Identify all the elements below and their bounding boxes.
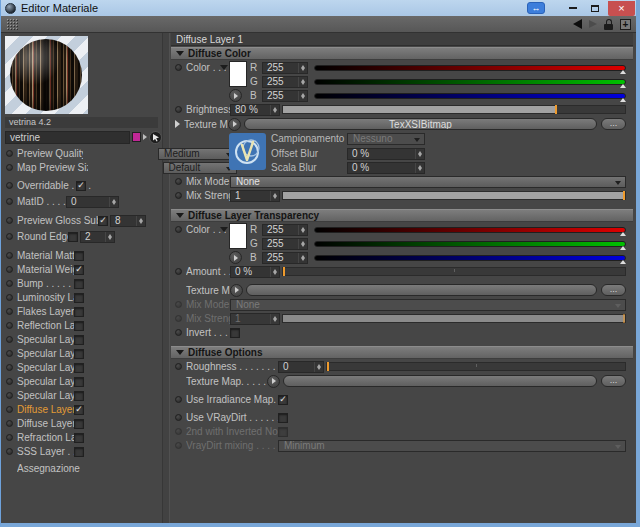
- titlebar[interactable]: Editor Materiale ↔ ×: [1, 0, 636, 16]
- animation-dot[interactable]: [175, 106, 182, 113]
- r-value-input[interactable]: 255: [262, 224, 308, 236]
- back-arrow-icon[interactable]: [573, 19, 582, 29]
- animation-dot[interactable]: [6, 420, 13, 427]
- animation-dot[interactable]: [6, 392, 13, 399]
- animation-dot[interactable]: [6, 280, 13, 287]
- animation-dot[interactable]: [175, 226, 182, 233]
- sidebar-channel-row[interactable]: Luminosity Layer: [1, 291, 162, 304]
- animation-dot[interactable]: [6, 233, 13, 240]
- sidebar-channel-row[interactable]: Refraction Layer: [1, 431, 162, 444]
- sidebar-channel-row[interactable]: Bump . . . . . . . . .: [1, 277, 162, 290]
- sidebar-channel-row[interactable]: Specular Layer 4: [1, 375, 162, 388]
- animation-dot[interactable]: [6, 350, 13, 357]
- roughness-input[interactable]: 0: [278, 361, 324, 373]
- slider-handle[interactable]: [555, 105, 557, 114]
- channel-checkbox[interactable]: [74, 335, 84, 345]
- animation-dot[interactable]: [175, 178, 182, 185]
- slider-handle[interactable]: [327, 362, 329, 371]
- sidebar-channel-row[interactable]: Specular Layer 5: [1, 389, 162, 402]
- stepper-icon[interactable]: [298, 253, 307, 263]
- brightness-input[interactable]: 80 %: [230, 104, 280, 116]
- scale-blur-input[interactable]: 0 %: [347, 162, 425, 174]
- channel-checkbox[interactable]: [74, 251, 84, 261]
- stepper-icon[interactable]: [270, 267, 279, 277]
- section-diffuse-options[interactable]: Diffuse Options: [171, 346, 633, 359]
- mix-strength-slider[interactable]: [282, 191, 626, 200]
- stepper-icon[interactable]: [298, 225, 307, 235]
- channel-checkbox[interactable]: [74, 307, 84, 317]
- panel-divider[interactable]: [162, 33, 170, 523]
- animation-dot[interactable]: [6, 322, 13, 329]
- browse-button[interactable]: ...: [601, 375, 626, 387]
- animation-dot[interactable]: [6, 182, 13, 189]
- animation-dot[interactable]: [6, 150, 13, 157]
- row-assignment[interactable]: Assegnazione: [1, 462, 162, 475]
- mix-mode-select[interactable]: None: [230, 176, 626, 188]
- minimize-button[interactable]: [564, 0, 581, 16]
- invert-checkbox[interactable]: [230, 328, 240, 338]
- slider-handle[interactable]: [623, 191, 625, 200]
- color-swatch[interactable]: [229, 61, 247, 87]
- channel-checkbox[interactable]: [74, 293, 84, 303]
- texture-map-slot[interactable]: [246, 284, 597, 296]
- sampling-select[interactable]: Nessuno: [347, 133, 425, 145]
- channel-checkbox[interactable]: [74, 447, 84, 457]
- mini-expander-icon[interactable]: [143, 134, 147, 140]
- sidebar-channel-row[interactable]: SSS Layer . . . . . .: [1, 445, 162, 458]
- channel-checkbox[interactable]: ✓: [74, 265, 84, 275]
- gloss-subdivs-checkbox[interactable]: ✓: [98, 216, 108, 226]
- browse-button[interactable]: ...: [601, 118, 626, 130]
- animation-dot[interactable]: [6, 266, 13, 273]
- g-value-input[interactable]: 255: [262, 76, 308, 88]
- sidebar-channel-row[interactable]: Material Weight ✓: [1, 263, 162, 276]
- texture-map-slot[interactable]: [283, 375, 597, 387]
- drag-handle-icon[interactable]: [6, 18, 19, 30]
- section-diffuse-color[interactable]: Diffuse Color: [171, 47, 633, 60]
- stepper-icon[interactable]: [298, 91, 307, 101]
- texture-expand-icon[interactable]: [228, 118, 241, 131]
- color-mode-dropdown-icon[interactable]: [220, 227, 228, 232]
- stepper-icon[interactable]: [270, 105, 279, 115]
- animation-dot[interactable]: [175, 268, 182, 275]
- sidebar-channel-row[interactable]: Flakes Layer . . . .: [1, 305, 162, 318]
- stepper-icon[interactable]: [415, 149, 424, 159]
- animation-dot[interactable]: [6, 164, 13, 171]
- animation-dot[interactable]: [175, 64, 182, 71]
- roughness-slider[interactable]: [326, 362, 626, 371]
- channel-checkbox[interactable]: [74, 321, 84, 331]
- red-slider[interactable]: [314, 227, 626, 233]
- stepper-icon[interactable]: [298, 63, 307, 73]
- animation-dot[interactable]: [6, 364, 13, 371]
- stepper-icon[interactable]: [298, 77, 307, 87]
- texture-expand-icon[interactable]: [230, 284, 243, 297]
- stepper-icon[interactable]: [270, 191, 279, 201]
- channel-checkbox[interactable]: [74, 419, 84, 429]
- animation-dot[interactable]: [6, 294, 13, 301]
- animation-dot[interactable]: [6, 434, 13, 441]
- color-mode-dropdown-icon[interactable]: [220, 65, 228, 70]
- animation-dot[interactable]: [6, 336, 13, 343]
- amount-slider[interactable]: [282, 267, 626, 276]
- green-slider[interactable]: [314, 79, 626, 85]
- stepper-icon[interactable]: [314, 362, 323, 372]
- sidebar-channel-row[interactable]: Specular Layer 1: [1, 333, 162, 346]
- animation-dot[interactable]: [6, 252, 13, 259]
- touch-mode-button[interactable]: ↔: [527, 2, 545, 14]
- green-slider[interactable]: [314, 241, 626, 247]
- stepper-icon[interactable]: [105, 232, 114, 242]
- texture-map-slot[interactable]: TexXSIBitmap: [244, 118, 597, 130]
- brightness-slider[interactable]: [282, 105, 626, 114]
- expand-circle-icon[interactable]: [229, 251, 242, 264]
- new-panel-icon[interactable]: +: [620, 19, 631, 30]
- forward-arrow-icon[interactable]: [589, 20, 597, 28]
- channel-checkbox[interactable]: [74, 377, 84, 387]
- channel-checkbox[interactable]: [74, 349, 84, 359]
- channel-checkbox[interactable]: [74, 363, 84, 373]
- channel-checkbox[interactable]: ✓: [74, 405, 84, 415]
- channel-checkbox[interactable]: [74, 279, 84, 289]
- amount-input[interactable]: 0 %: [230, 266, 280, 278]
- pick-material-button[interactable]: [149, 131, 162, 144]
- animation-dot[interactable]: [175, 363, 182, 370]
- layer-color-swatch[interactable]: [132, 132, 142, 142]
- slider-handle[interactable]: [283, 267, 285, 276]
